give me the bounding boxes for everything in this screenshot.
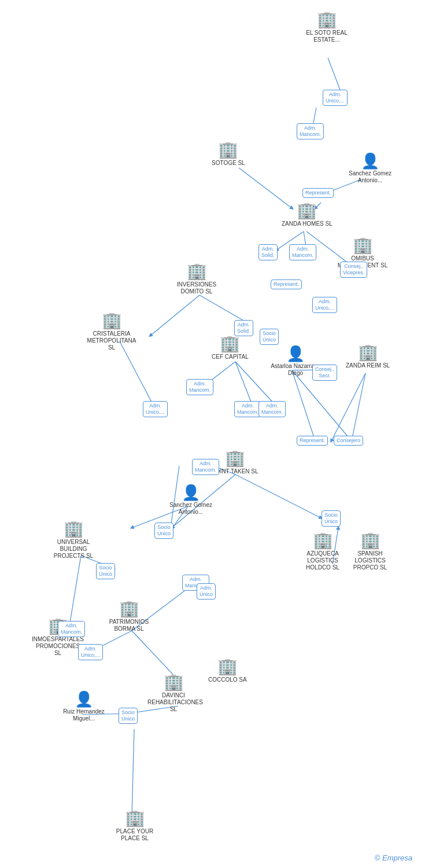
node-davinci: 🏢 DAVINCI REHABILITACIONES SL (147, 674, 200, 713)
node-sotoge: 🏢 SOTOGE SL (212, 142, 245, 167)
building-icon-zanda-homes: 🏢 (297, 203, 317, 219)
building-icon-cristaleria: 🏢 (102, 312, 122, 329)
label-cristaleria: CRISTALERIA METROPOLITANA SL (86, 330, 138, 351)
svg-line-32 (352, 373, 365, 441)
badge-adm-unico-3[interactable]: Adm.Unico,... (143, 401, 168, 417)
badge-adm-mancom-1[interactable]: Adm.Mancom. (297, 123, 324, 139)
badge-adm-unico-4[interactable]: Adm.Unico,... (78, 644, 103, 660)
building-icon-sotoge: 🏢 (218, 142, 238, 158)
person-icon-sanchez-top: 👤 (361, 153, 379, 168)
label-azuqueca: AZUQUECA LOGISTICS HOLDCO SL (297, 550, 349, 571)
badge-socio-unico-3[interactable]: SocioÚnico (96, 563, 115, 579)
svg-line-9 (150, 295, 200, 336)
badge-adm-solid-2[interactable]: Adm.Solid. (234, 320, 253, 336)
label-patrimonios: PATRIMONIOS BORMA SL (103, 619, 155, 632)
label-inmoespartales: INMOESPARTALES PROMOCIONES SL (32, 636, 84, 657)
label-zanda-reim: ZANDA REIM SL (346, 362, 390, 369)
building-icon-davinci: 🏢 (164, 674, 184, 690)
label-sotoge: SOTOGE SL (212, 160, 245, 167)
badge-socio-unico-4[interactable]: SocioÚnico (154, 523, 173, 539)
building-icon-el-soto: 🏢 (317, 12, 337, 28)
badge-adm-mancom-5[interactable]: Adm.Mancom. (258, 401, 286, 417)
node-zanda-reim: 🏢 ZANDA REIM SL (346, 344, 390, 369)
building-icon-inversiones: 🏢 (187, 263, 207, 279)
badge-adm-unico-1[interactable]: Adm.Unico,... (323, 90, 348, 106)
svg-line-20 (235, 475, 321, 518)
node-ruiz: 👤 Ruiz Hernandez Miguel... (58, 692, 110, 722)
label-spanish: SPANISH LOGISTICS PROPCO SL (344, 550, 396, 571)
label-sanchez-top: Sanchez Gomez Antonio... (344, 170, 396, 184)
building-icon-azuqueca: 🏢 (313, 532, 333, 549)
label-sanchez-mid: Sanchez Gomez Antonio... (165, 502, 217, 516)
badge-adm-unico-5[interactable]: Adm.Único (197, 583, 216, 599)
label-place: PLACE YOUR PLACE SL (109, 828, 161, 842)
badge-socio-unico-5[interactable]: SocioÚnico (119, 708, 138, 724)
badge-represent-3[interactable]: Represent. (297, 436, 328, 446)
building-icon-place: 🏢 (125, 810, 145, 826)
label-cef: CEF CAPITAL (212, 354, 249, 361)
node-inversiones: 🏢 INVERSIONES DOMITO SL (171, 263, 223, 295)
badge-adm-solid-1[interactable]: Adm.Solid. (258, 244, 278, 260)
badge-consej-vicepres[interactable]: Consej.,Vicepres. (340, 262, 367, 278)
watermark-text: © Empresa (375, 854, 412, 862)
node-place-your-place: 🏢 PLACE YOUR PLACE SL (109, 810, 161, 842)
badge-adm-mancom-2[interactable]: Adm.Mancom. (289, 244, 316, 260)
watermark: © Empresa (375, 854, 412, 862)
building-icon-universal: 🏢 (64, 521, 84, 537)
svg-line-31 (331, 373, 365, 441)
badge-adm-mancom-3[interactable]: Adm.Mancom. (186, 379, 213, 395)
svg-line-30 (132, 729, 134, 816)
node-universal: 🏢 UNIVERSAL BUILDING PROJECTS SL (47, 521, 99, 560)
node-cef: 🏢 CEF CAPITAL (212, 336, 249, 361)
badge-adm-mancom-6[interactable]: Adm.Mancom. (192, 459, 219, 475)
svg-line-0 (328, 58, 342, 94)
building-icon-coccolo: 🏢 (217, 659, 238, 675)
building-icon-omibus: 🏢 (353, 237, 373, 253)
person-icon-astarloa: 👤 (286, 346, 305, 361)
label-davinci: DAVINCI REHABILITACIONES SL (147, 692, 200, 713)
badge-adm-mancom-4[interactable]: Adm.Mancom. (234, 401, 261, 417)
person-icon-ruiz: 👤 (75, 692, 93, 707)
node-sanchez-top: 👤 Sanchez Gomez Antonio... (344, 153, 396, 184)
label-zanda-homes: ZANDA HOMES SL (282, 220, 333, 227)
node-zanda-homes: 🏢 ZANDA HOMES SL (282, 203, 333, 227)
badge-socio-unico-1[interactable]: SocioÚnico (260, 329, 279, 345)
label-el-soto: EL SOTO REAL ESTATE... (301, 30, 353, 43)
badge-represent-2[interactable]: Represent. (271, 279, 302, 289)
badge-adm-mancom-7[interactable]: Adm.Mancom. (58, 621, 85, 637)
building-icon-patrimonios: 🏢 (119, 601, 139, 617)
badge-adm-unico-2[interactable]: Adm.Unico,... (312, 297, 337, 313)
svg-line-24 (69, 556, 81, 626)
node-spanish: 🏢 SPANISH LOGISTICS PROPCO SL (344, 532, 396, 571)
label-ruiz: Ruiz Hernandez Miguel... (58, 708, 110, 722)
label-coccolo: COCCOLO SA (208, 676, 247, 683)
building-icon-zanda-reim: 🏢 (358, 344, 378, 361)
connection-lines (0, 0, 421, 868)
badge-represent-1[interactable]: Represent. (302, 188, 334, 198)
node-sanchez-mid: 👤 Sanchez Gomez Antonio... (165, 485, 217, 516)
person-icon-sanchez-mid: 👤 (182, 485, 200, 500)
svg-line-16 (292, 370, 352, 441)
node-el-soto: 🏢 EL SOTO REAL ESTATE... (301, 12, 353, 43)
node-patrimonios: 🏢 PATRIMONIOS BORMA SL (103, 601, 155, 632)
badge-consejero-1[interactable]: Consejero (334, 436, 363, 446)
node-cristaleria: 🏢 CRISTALERIA METROPOLITANA SL (86, 312, 138, 351)
svg-line-15 (292, 370, 315, 441)
svg-line-12 (235, 362, 253, 406)
node-azuqueca: 🏢 AZUQUECA LOGISTICS HOLDCO SL (297, 532, 349, 571)
node-coccolo: 🏢 COCCOLO SA (208, 659, 247, 683)
label-universal: UNIVERSAL BUILDING PROJECTS SL (47, 539, 99, 560)
building-icon-point-taken: 🏢 (225, 450, 245, 466)
badge-socio-unico-2[interactable]: SocioÚnico (322, 510, 341, 527)
graph-container: 🏢 EL SOTO REAL ESTATE... 🏢 SOTOGE SL 👤 S… (0, 0, 421, 868)
building-icon-spanish: 🏢 (360, 532, 381, 549)
badge-consej-secr[interactable]: Consej.,Secr. (312, 365, 337, 381)
building-icon-cef: 🏢 (220, 336, 240, 352)
label-inversiones: INVERSIONES DOMITO SL (171, 281, 223, 295)
